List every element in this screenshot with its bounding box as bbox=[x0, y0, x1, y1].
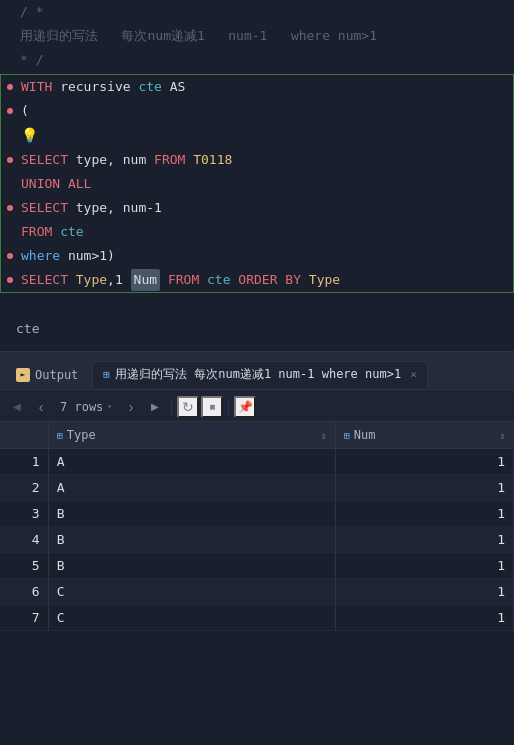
rows-count: 7 rows bbox=[60, 400, 103, 414]
output-tab-label: Output bbox=[35, 368, 78, 382]
row-number: 4 bbox=[0, 527, 48, 553]
query-tab-close[interactable]: × bbox=[410, 368, 417, 381]
nav-first-button[interactable]: ◀ bbox=[6, 396, 28, 418]
stop-button[interactable]: ■ bbox=[201, 396, 223, 418]
from-content: FROM cte bbox=[15, 221, 513, 243]
comment-line-1: / * bbox=[0, 0, 514, 24]
output-tab-icon: ► bbox=[16, 368, 30, 382]
table-row: 6C1 bbox=[0, 579, 514, 605]
query-tab-label: 用递归的写法 每次num递减1 num-1 where num>1 bbox=[115, 366, 401, 383]
cte-label: cte bbox=[16, 321, 39, 336]
cell-num: 1 bbox=[335, 501, 513, 527]
select1-content: SELECT type, num FROM T0118 bbox=[15, 149, 513, 171]
table-row: 3B1 bbox=[0, 501, 514, 527]
code-editor[interactable]: / * 用递归的写法 每次num递减1 num-1 where num>1 * … bbox=[0, 0, 514, 352]
comment-slash-star: / * bbox=[14, 1, 514, 23]
toolbar-sep-2 bbox=[228, 399, 229, 415]
select1-line: SELECT type, num FROM T0118 bbox=[1, 148, 513, 172]
from-cte-line: FROM cte bbox=[1, 220, 513, 244]
type-col-label: Type bbox=[67, 428, 96, 442]
bulb-content: 💡 bbox=[15, 124, 513, 147]
type-column-header[interactable]: ⊞ Type ⇕ bbox=[48, 422, 335, 449]
cell-type: B bbox=[48, 527, 335, 553]
table-row: 1A1 bbox=[0, 449, 514, 475]
type-sort-icon[interactable]: ⇕ bbox=[321, 430, 327, 441]
refresh-button[interactable]: ↻ bbox=[177, 396, 199, 418]
bottom-panel: ► Output ⊞ 用递归的写法 每次num递减1 num-1 where n… bbox=[0, 358, 514, 631]
select2-content: SELECT type, num-1 bbox=[15, 197, 513, 219]
query-tab-grid-icon: ⊞ bbox=[103, 368, 110, 381]
row-number: 7 bbox=[0, 605, 48, 631]
table-row: 2A1 bbox=[0, 475, 514, 501]
row-num-header bbox=[0, 422, 48, 449]
table-header-row: ⊞ Type ⇕ ⊞ Num ⇕ bbox=[0, 422, 514, 449]
nav-next-button[interactable]: › bbox=[120, 396, 142, 418]
toolbar-sep-1 bbox=[171, 399, 172, 415]
results-toolbar[interactable]: ◀ ‹ 7 rows ▾ › ▶ ↻ ■ 📌 bbox=[0, 392, 514, 422]
table-body: 1A12A13B14B15B16C17C1 bbox=[0, 449, 514, 631]
row-number: 1 bbox=[0, 449, 48, 475]
tab-output[interactable]: ► Output bbox=[6, 364, 88, 386]
num-column-header[interactable]: ⊞ Num ⇕ bbox=[335, 422, 513, 449]
comment-line-2: 用递归的写法 每次num递减1 num-1 where num>1 bbox=[0, 24, 514, 48]
cell-type: C bbox=[48, 605, 335, 631]
cell-type: A bbox=[48, 475, 335, 501]
line-indicator-select2 bbox=[1, 205, 15, 211]
rows-indicator: 7 rows ▾ bbox=[54, 400, 118, 414]
comment-line-3: * / bbox=[0, 48, 514, 72]
cell-type: B bbox=[48, 501, 335, 527]
row-number: 6 bbox=[0, 579, 48, 605]
num-col-icon: ⊞ bbox=[344, 430, 350, 441]
type-header-content: ⊞ Type ⇕ bbox=[57, 428, 327, 442]
union-content: UNION ALL bbox=[15, 173, 513, 195]
cell-num: 1 bbox=[335, 553, 513, 579]
type-col-icon: ⊞ bbox=[57, 430, 63, 441]
cell-num: 1 bbox=[335, 527, 513, 553]
table-row: 4B1 bbox=[0, 527, 514, 553]
where-content: where num>1) bbox=[15, 245, 513, 267]
union-line: UNION ALL bbox=[1, 172, 513, 196]
select2-line: SELECT type, num-1 bbox=[1, 196, 513, 220]
num-sort-icon[interactable]: ⇕ bbox=[499, 430, 505, 441]
cte-label-area: cte bbox=[0, 317, 514, 352]
rows-dropdown-chevron[interactable]: ▾ bbox=[107, 402, 112, 411]
num-col-label: Num bbox=[354, 428, 376, 442]
bulb-line: 💡 bbox=[1, 123, 513, 148]
cell-num: 1 bbox=[335, 475, 513, 501]
empty-line bbox=[0, 295, 514, 317]
comment-text-line: 用递归的写法 每次num递减1 num-1 where num>1 bbox=[14, 25, 514, 47]
comment-end: * / bbox=[14, 49, 514, 71]
line-indicator-with bbox=[1, 84, 15, 90]
nav-last-button[interactable]: ▶ bbox=[144, 396, 166, 418]
line-indicator-select1 bbox=[1, 157, 15, 163]
paren-content: ( bbox=[15, 100, 513, 122]
line-indicator-where bbox=[1, 253, 15, 259]
output-icon-symbol: ► bbox=[21, 370, 26, 379]
cell-type: A bbox=[48, 449, 335, 475]
cte-block: WITH recursive cte AS ( 💡 SELECT bbox=[0, 74, 514, 293]
cell-num: 1 bbox=[335, 449, 513, 475]
row-number: 2 bbox=[0, 475, 48, 501]
table-row: 7C1 bbox=[0, 605, 514, 631]
cell-type: B bbox=[48, 553, 335, 579]
pin-button[interactable]: 📌 bbox=[234, 396, 256, 418]
results-table-container: ⊞ Type ⇕ ⊞ Num ⇕ 1A12A13B14B1 bbox=[0, 422, 514, 631]
cell-num: 1 bbox=[335, 579, 513, 605]
line-gutter-paren bbox=[1, 108, 15, 114]
row-number: 5 bbox=[0, 553, 48, 579]
with-line: WITH recursive cte AS bbox=[1, 75, 513, 99]
where-line: where num>1) bbox=[1, 244, 513, 268]
tabs-bar[interactable]: ► Output ⊞ 用递归的写法 每次num递减1 num-1 where n… bbox=[0, 358, 514, 392]
cell-type: C bbox=[48, 579, 335, 605]
final-select-line: SELECT Type,1 Num FROM cte ORDER BY Type bbox=[1, 268, 513, 292]
paren-open-line: ( bbox=[1, 99, 513, 123]
final-select-content: SELECT Type,1 Num FROM cte ORDER BY Type bbox=[15, 269, 513, 291]
line-indicator-final bbox=[1, 277, 15, 283]
nav-prev-button[interactable]: ‹ bbox=[30, 396, 52, 418]
num-header-content: ⊞ Num ⇕ bbox=[344, 428, 506, 442]
row-number: 3 bbox=[0, 501, 48, 527]
results-table: ⊞ Type ⇕ ⊞ Num ⇕ 1A12A13B14B1 bbox=[0, 422, 514, 631]
table-row: 5B1 bbox=[0, 553, 514, 579]
tab-query[interactable]: ⊞ 用递归的写法 每次num递减1 num-1 where num>1 × bbox=[92, 361, 427, 388]
with-content: WITH recursive cte AS bbox=[15, 76, 513, 98]
